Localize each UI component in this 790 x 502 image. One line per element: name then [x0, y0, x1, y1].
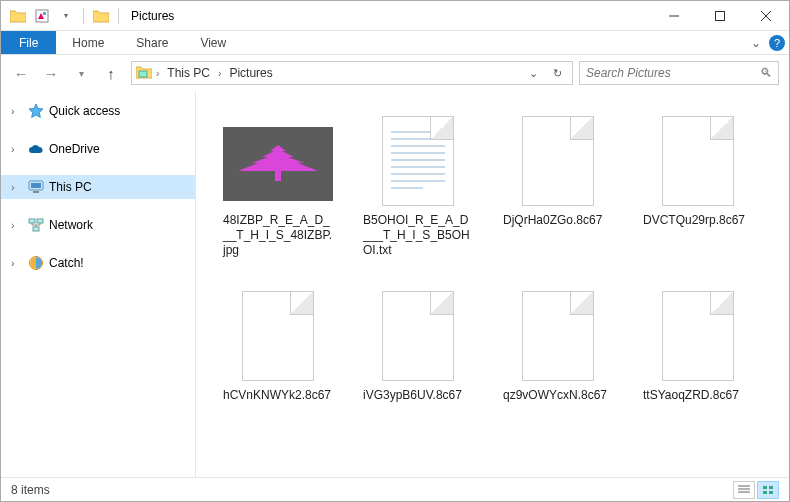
file-item[interactable]: hCVnKNWYk2.8c67	[208, 284, 348, 459]
network-icon	[27, 216, 45, 234]
file-name-label: DjQrHa0ZGo.8c67	[503, 213, 613, 228]
back-button[interactable]: ←	[7, 59, 35, 87]
up-button[interactable]: ↑	[97, 59, 125, 87]
refresh-button[interactable]: ↻	[546, 62, 568, 84]
file-item[interactable]: 48IZBP_R_E_A_D___T_H_I_S_48IZBP.jpg	[208, 109, 348, 284]
minimize-button[interactable]	[651, 1, 697, 31]
svg-rect-1	[43, 12, 46, 15]
svg-rect-19	[769, 486, 773, 489]
statusbar: 8 items	[1, 477, 789, 501]
caret-icon[interactable]: ›	[11, 257, 23, 269]
svg-rect-21	[769, 491, 773, 494]
sidebar-item-quick-access[interactable]: › Quick access	[1, 99, 195, 123]
sidebar-item-onedrive[interactable]: › OneDrive	[1, 137, 195, 161]
folder-icon	[7, 5, 29, 27]
explorer-window: ▾ Pictures File Home Share View ⌄	[0, 0, 790, 502]
svg-rect-8	[31, 183, 41, 188]
item-count: 8 items	[11, 483, 50, 497]
svg-rect-18	[763, 486, 767, 489]
svg-rect-20	[763, 491, 767, 494]
help-icon[interactable]: ?	[769, 35, 785, 51]
qat-dropdown-icon[interactable]: ▾	[55, 5, 77, 27]
navigation-pane: › Quick access › OneDrive › Thi	[1, 91, 196, 477]
caret-icon[interactable]: ›	[11, 181, 23, 193]
file-tab[interactable]: File	[1, 31, 56, 54]
star-icon	[27, 102, 45, 120]
ribbon-tabs: File Home Share View ⌄ ?	[1, 31, 789, 55]
sidebar-item-label: This PC	[49, 180, 92, 194]
svg-rect-3	[716, 11, 725, 20]
file-name-label: DVCTQu29rp.8c67	[643, 213, 753, 228]
svg-rect-12	[33, 227, 39, 231]
file-name-label: hCVnKNWYk2.8c67	[223, 388, 333, 403]
search-icon: 🔍︎	[760, 66, 772, 80]
maximize-button[interactable]	[697, 1, 743, 31]
addr-dropdown-icon[interactable]: ⌄	[522, 62, 544, 84]
pc-icon	[27, 178, 45, 196]
sidebar-item-catch[interactable]: › Catch!	[1, 251, 195, 275]
nav-toolbar: ← → ▾ ↑ › This PC › Pictures ⌄ ↻ 🔍︎	[1, 55, 789, 91]
new-folder-icon[interactable]	[90, 5, 112, 27]
caret-icon[interactable]: ›	[11, 219, 23, 231]
sidebar-item-network[interactable]: › Network	[1, 213, 195, 237]
properties-icon[interactable]	[31, 5, 53, 27]
svg-rect-10	[29, 219, 35, 223]
titlebar: ▾ Pictures	[1, 1, 789, 31]
svg-rect-14	[275, 171, 281, 181]
file-item[interactable]: ttSYaoqZRD.8c67	[628, 284, 768, 459]
svg-rect-9	[33, 191, 39, 193]
forward-button[interactable]: →	[37, 59, 65, 87]
caret-icon[interactable]: ›	[11, 105, 23, 117]
svg-rect-11	[37, 219, 43, 223]
file-name-label: B5OHOI_R_E_A_D___T_H_I_S_B5OHOI.txt	[363, 213, 473, 258]
file-grid[interactable]: 48IZBP_R_E_A_D___T_H_I_S_48IZBP.jpgB5OHO…	[196, 91, 789, 477]
details-view-button[interactable]	[733, 481, 755, 499]
cloud-icon	[27, 140, 45, 158]
tab-share[interactable]: Share	[120, 31, 184, 54]
sidebar-item-this-pc[interactable]: › This PC	[1, 175, 195, 199]
address-bar[interactable]: › This PC › Pictures ⌄ ↻	[131, 61, 573, 85]
file-name-label: 48IZBP_R_E_A_D___T_H_I_S_48IZBP.jpg	[223, 213, 333, 258]
caret-icon[interactable]: ›	[11, 143, 23, 155]
sidebar-item-label: Network	[49, 218, 93, 232]
catch-icon	[27, 254, 45, 272]
file-name-label: ttSYaoqZRD.8c67	[643, 388, 753, 403]
file-item[interactable]: DVCTQu29rp.8c67	[628, 109, 768, 284]
crumb-sep-icon[interactable]: ›	[156, 68, 159, 79]
window-title: Pictures	[125, 9, 174, 23]
file-item[interactable]: B5OHOI_R_E_A_D___T_H_I_S_B5OHOI.txt	[348, 109, 488, 284]
search-input[interactable]	[586, 66, 760, 80]
icons-view-button[interactable]	[757, 481, 779, 499]
sidebar-item-label: OneDrive	[49, 142, 100, 156]
file-name-label: qz9vOWYcxN.8c67	[503, 388, 613, 403]
crumb-sep-icon[interactable]: ›	[218, 68, 221, 79]
file-item[interactable]: qz9vOWYcxN.8c67	[488, 284, 628, 459]
file-item[interactable]: iVG3ypB6UV.8c67	[348, 284, 488, 459]
tab-home[interactable]: Home	[56, 31, 120, 54]
breadcrumb-this-pc[interactable]: This PC	[163, 66, 214, 80]
file-name-label: iVG3ypB6UV.8c67	[363, 388, 473, 403]
search-box[interactable]: 🔍︎	[579, 61, 779, 85]
sidebar-item-label: Catch!	[49, 256, 84, 270]
sidebar-item-label: Quick access	[49, 104, 120, 118]
breadcrumb-pictures[interactable]: Pictures	[225, 66, 276, 80]
file-item[interactable]: DjQrHa0ZGo.8c67	[488, 109, 628, 284]
pictures-folder-icon	[136, 65, 152, 81]
tab-view[interactable]: View	[184, 31, 242, 54]
recent-dropdown[interactable]: ▾	[67, 59, 95, 87]
close-button[interactable]	[743, 1, 789, 31]
svg-rect-6	[139, 71, 147, 77]
chevron-down-icon[interactable]: ⌄	[751, 36, 761, 50]
